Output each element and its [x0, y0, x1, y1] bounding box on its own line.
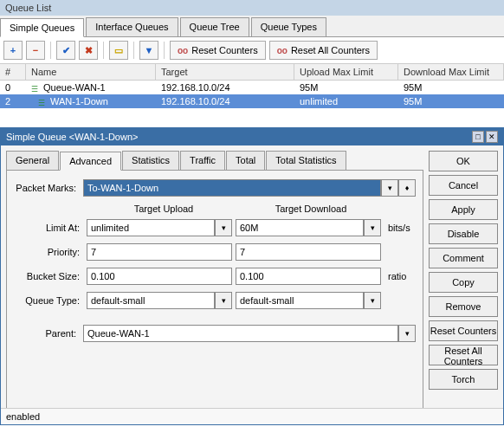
dialog-titlebar: Simple Queue <WAN-1-Down> □ ✕ — [1, 128, 503, 145]
cell-num: 2 — [0, 94, 26, 108]
limit-at-download-input[interactable] — [236, 219, 364, 236]
window-title: Queue List — [5, 3, 51, 13]
reset-all-counters-button[interactable]: Reset All Counters — [429, 345, 498, 365]
priority-label: Priority: — [14, 247, 83, 257]
dropdown-icon[interactable]: ▾ — [364, 219, 381, 236]
limit-at-upload-input[interactable] — [87, 219, 215, 236]
status-text: enabled — [6, 411, 40, 422]
dialog-content: Packet Marks: ▾ ♦ Target Upload Target D… — [6, 171, 423, 419]
parent-label: Parent: — [14, 328, 83, 339]
reset-counters-button[interactable]: Reset Counters — [429, 320, 498, 341]
th-target[interactable]: Target — [156, 64, 294, 80]
disable-button[interactable]: ✖ — [79, 41, 98, 60]
dialog-buttons: OK Cancel Apply Disable Comment Copy Rem… — [429, 151, 498, 419]
th-name[interactable]: Name — [26, 64, 156, 80]
cell-upload: unlimited — [294, 94, 398, 108]
packet-marks-label: Packet Marks: — [14, 183, 83, 193]
disable-button[interactable]: Disable — [429, 223, 498, 244]
close-icon[interactable]: ✕ — [486, 131, 498, 143]
window-titlebar: Queue List — [0, 0, 504, 16]
queue-table: # Name Target Upload Max Limit Download … — [0, 64, 504, 108]
queue-type-download-input[interactable] — [236, 292, 364, 309]
tab-total[interactable]: Total — [226, 151, 265, 170]
cancel-button[interactable]: Cancel — [429, 175, 498, 196]
table-row[interactable]: 2 WAN-1-Down 192.168.10.0/24 unlimited 9… — [0, 94, 504, 108]
enable-button[interactable]: ✔ — [56, 41, 75, 60]
tab-queue-tree[interactable]: Queue Tree — [180, 17, 249, 36]
dropdown-icon[interactable]: ▾ — [215, 219, 232, 236]
comment-button[interactable]: Comment — [429, 248, 498, 268]
tab-interface-queues[interactable]: Interface Queues — [86, 17, 178, 36]
cell-upload: 95M — [294, 81, 398, 94]
bucket-upload-input[interactable] — [87, 268, 232, 285]
cell-name: WAN-1-Down — [26, 94, 156, 108]
remove-button[interactable]: Remove — [429, 296, 498, 317]
counter-icon: oo — [277, 46, 288, 55]
tab-queue-types[interactable]: Queue Types — [251, 17, 326, 36]
cell-download: 95M — [398, 94, 504, 108]
dialog-tabs: General Advanced Statistics Traffic Tota… — [6, 151, 423, 171]
filter-button[interactable]: ▼ — [139, 41, 158, 60]
dock-icon[interactable]: □ — [472, 131, 484, 143]
cell-target: 192.168.10.0/24 — [156, 94, 294, 108]
target-upload-header: Target Upload — [90, 204, 237, 214]
reset-counters-button[interactable]: ooReset Counters — [170, 41, 266, 60]
priority-upload-input[interactable] — [87, 243, 232, 261]
torch-button[interactable]: Torch — [429, 369, 498, 390]
tab-traffic[interactable]: Traffic — [180, 151, 225, 170]
cell-download: 95M — [398, 81, 504, 94]
bucket-unit: ratio — [384, 271, 416, 281]
table-header: # Name Target Upload Max Limit Download … — [0, 64, 504, 81]
bucket-download-input[interactable] — [236, 268, 381, 285]
tab-statistics[interactable]: Statistics — [122, 151, 179, 170]
main-tabs: Simple Queues Interface Queues Queue Tre… — [0, 16, 504, 37]
queue-icon — [31, 83, 40, 92]
tab-advanced[interactable]: Advanced — [60, 152, 121, 171]
limit-at-unit: bits/s — [384, 223, 416, 233]
tab-general[interactable]: General — [6, 151, 59, 170]
apply-button[interactable]: Apply — [429, 199, 498, 220]
packet-marks-input[interactable] — [83, 179, 381, 197]
status-bar: enabled — [1, 408, 503, 424]
reset-all-counters-button[interactable]: ooReset All Counters — [269, 41, 378, 60]
bucket-size-label: Bucket Size: — [14, 271, 83, 281]
remove-button[interactable]: − — [26, 41, 45, 60]
toolbar: + − ✔ ✖ ▭ ▼ ooReset Counters ooReset All… — [0, 37, 504, 64]
cell-name: Queue-WAN-1 — [26, 81, 156, 94]
parent-input[interactable] — [83, 325, 398, 342]
toolbar-separator — [164, 42, 165, 59]
dropdown-icon[interactable]: ▾ — [364, 292, 381, 309]
updown-icon[interactable]: ♦ — [398, 179, 416, 197]
queue-type-label: Queue Type: — [14, 295, 83, 306]
dropdown-icon[interactable]: ▾ — [215, 292, 232, 309]
th-num[interactable]: # — [0, 64, 26, 80]
copy-button[interactable]: Copy — [429, 272, 498, 293]
ok-button[interactable]: OK — [429, 151, 498, 171]
target-download-header: Target Download — [237, 204, 384, 214]
th-upload[interactable]: Upload Max Limit — [294, 64, 398, 80]
queue-type-upload-input[interactable] — [87, 292, 215, 309]
queue-icon — [38, 97, 47, 106]
dropdown-icon[interactable]: ▾ — [398, 325, 416, 342]
counter-icon: oo — [178, 46, 188, 55]
priority-download-input[interactable] — [236, 243, 381, 261]
table-row[interactable]: 0 Queue-WAN-1 192.168.10.0/24 95M 95M — [0, 81, 504, 94]
limit-at-label: Limit At: — [14, 223, 83, 233]
simple-queue-dialog: Simple Queue <WAN-1-Down> □ ✕ General Ad… — [0, 127, 504, 425]
toolbar-separator — [133, 42, 134, 59]
comment-button[interactable]: ▭ — [109, 41, 128, 60]
add-button[interactable]: + — [3, 41, 23, 60]
tab-total-statistics[interactable]: Total Statistics — [266, 151, 346, 170]
cell-num: 0 — [0, 81, 26, 94]
toolbar-separator — [103, 42, 104, 59]
toolbar-separator — [50, 42, 51, 59]
cell-target: 192.168.10.0/24 — [156, 81, 294, 94]
th-download[interactable]: Download Max Limit — [398, 64, 504, 80]
dropdown-icon[interactable]: ▾ — [381, 179, 398, 197]
tab-simple-queues[interactable]: Simple Queues — [0, 18, 84, 37]
dialog-controls: □ ✕ — [472, 131, 498, 143]
dialog-title: Simple Queue <WAN-1-Down> — [6, 132, 138, 142]
